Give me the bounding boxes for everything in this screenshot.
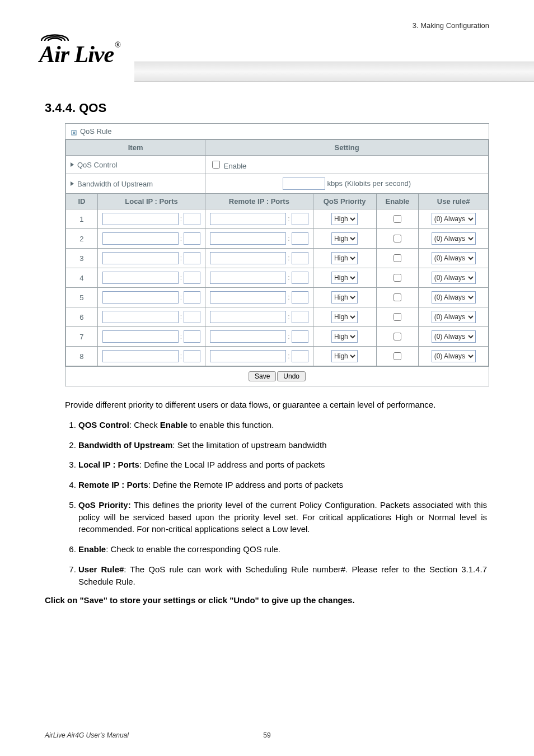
remote-port-input[interactable] xyxy=(292,291,308,304)
local-port-input[interactable] xyxy=(184,350,200,362)
local-port-input[interactable] xyxy=(184,311,200,323)
colon-separator: : xyxy=(287,254,290,262)
remote-port-input[interactable] xyxy=(292,330,308,343)
local-port-input[interactable] xyxy=(184,213,200,225)
colon-separator: : xyxy=(180,313,182,321)
priority-select[interactable]: High xyxy=(331,311,358,323)
intro-paragraph: Provide different priority to different … xyxy=(65,399,487,411)
col-local: Local IP : Ports xyxy=(97,194,205,209)
local-ip-input[interactable] xyxy=(102,213,179,225)
qos-enable-checkbox[interactable] xyxy=(212,161,220,169)
footer-manual: AirLive Air4G User's Manual xyxy=(45,731,129,739)
userule-select[interactable]: (0) Always xyxy=(432,291,476,304)
remote-ip-input[interactable] xyxy=(210,232,286,245)
row-enable-checkbox[interactable] xyxy=(394,293,401,301)
remote-ip-input[interactable] xyxy=(210,291,286,304)
row-enable-checkbox[interactable] xyxy=(394,313,401,321)
local-ip-input[interactable] xyxy=(102,272,179,284)
col-priority: QoS Priority xyxy=(313,194,376,209)
logo: Air Live® xyxy=(39,25,120,68)
remote-ip-input[interactable] xyxy=(210,252,286,264)
colon-separator: : xyxy=(287,274,290,282)
qos-enable-wrapper[interactable]: Enable xyxy=(210,162,246,170)
local-port-input[interactable] xyxy=(184,330,200,343)
list-item: Enable: Check to enable the correspondin… xyxy=(78,543,487,556)
priority-select[interactable]: High xyxy=(331,330,358,343)
save-button[interactable]: Save xyxy=(249,371,276,381)
priority-select[interactable]: High xyxy=(331,252,358,264)
remote-ip-input[interactable] xyxy=(210,311,286,323)
row-id: 6 xyxy=(66,307,98,327)
bandwidth-input[interactable] xyxy=(283,178,325,190)
list-item: Local IP : Ports: Define the Local IP ad… xyxy=(78,459,487,471)
qos-panel-title-row: QoS Rule xyxy=(65,124,489,139)
colon-separator: : xyxy=(180,215,182,223)
triangle-icon xyxy=(71,181,74,186)
row-enable-checkbox[interactable] xyxy=(394,274,401,282)
table-row: 8::High(0) Always xyxy=(66,347,489,366)
table-row: 4::High(0) Always xyxy=(66,268,489,288)
priority-select[interactable]: High xyxy=(331,291,358,304)
col-setting: Setting xyxy=(205,140,489,156)
table-row: 3::High(0) Always xyxy=(66,249,489,268)
userule-select[interactable]: (0) Always xyxy=(432,252,476,264)
priority-select[interactable]: High xyxy=(331,232,358,245)
logo-registered: ® xyxy=(115,41,120,49)
userule-select[interactable]: (0) Always xyxy=(432,350,476,362)
remote-ip-input[interactable] xyxy=(210,350,286,362)
local-ip-input[interactable] xyxy=(102,350,179,362)
numbered-list: QOS Control: Check Enable to enable this… xyxy=(65,419,487,588)
remote-ip-input[interactable] xyxy=(210,213,286,225)
col-userule: Use rule# xyxy=(419,194,489,209)
row-enable-checkbox[interactable] xyxy=(394,254,401,262)
local-port-input[interactable] xyxy=(184,252,200,264)
remote-port-input[interactable] xyxy=(292,232,308,245)
list-item: Bandwidth of Upstream: Set the limitatio… xyxy=(78,439,487,451)
colon-separator: : xyxy=(180,254,182,262)
local-ip-input[interactable] xyxy=(102,330,179,343)
qos-settings-table: Item Setting QoS Control Enable xyxy=(65,139,489,366)
local-ip-input[interactable] xyxy=(102,252,179,264)
footer: AirLive Air4G User's Manual 59 xyxy=(45,731,489,739)
colon-separator: : xyxy=(180,352,182,360)
priority-select[interactable]: High xyxy=(331,350,358,362)
userule-select[interactable]: (0) Always xyxy=(432,213,476,225)
remote-ip-input[interactable] xyxy=(210,330,286,343)
userule-select[interactable]: (0) Always xyxy=(432,330,476,343)
local-ip-input[interactable] xyxy=(102,232,179,245)
col-item: Item xyxy=(66,140,205,156)
qos-enable-label: Enable xyxy=(224,162,246,170)
row-enable-checkbox[interactable] xyxy=(394,333,401,340)
remote-port-input[interactable] xyxy=(292,272,308,284)
header-stripe xyxy=(134,62,534,82)
row-enable-checkbox[interactable] xyxy=(394,215,401,223)
local-ip-input[interactable] xyxy=(102,311,179,323)
list-item: User Rule#: The QoS rule can work with S… xyxy=(78,563,487,588)
colon-separator: : xyxy=(287,313,290,321)
bandwidth-row: Bandwidth of Upstream xyxy=(66,174,205,194)
row-enable-checkbox[interactable] xyxy=(394,352,401,360)
remote-ip-input[interactable] xyxy=(210,272,286,284)
logo-arcs-icon xyxy=(39,25,72,42)
undo-button[interactable]: Undo xyxy=(277,371,306,381)
userule-select[interactable]: (0) Always xyxy=(432,311,476,323)
row-enable-checkbox[interactable] xyxy=(394,235,401,242)
local-port-input[interactable] xyxy=(184,291,200,304)
colon-separator: : xyxy=(180,235,182,242)
table-row: 2::High(0) Always xyxy=(66,229,489,249)
bandwidth-unit: kbps (Kilobits per second) xyxy=(327,179,411,188)
local-ip-input[interactable] xyxy=(102,291,179,304)
remote-port-input[interactable] xyxy=(292,311,308,323)
remote-port-input[interactable] xyxy=(292,350,308,362)
logo-text: Air Live xyxy=(39,41,114,67)
local-port-input[interactable] xyxy=(184,232,200,245)
remote-port-input[interactable] xyxy=(292,213,308,225)
priority-select[interactable]: High xyxy=(331,272,358,284)
colon-separator: : xyxy=(287,333,290,340)
priority-select[interactable]: High xyxy=(331,213,358,225)
remote-port-input[interactable] xyxy=(292,252,308,264)
userule-select[interactable]: (0) Always xyxy=(432,272,476,284)
table-row: 7::High(0) Always xyxy=(66,327,489,347)
userule-select[interactable]: (0) Always xyxy=(432,232,476,245)
local-port-input[interactable] xyxy=(184,272,200,284)
